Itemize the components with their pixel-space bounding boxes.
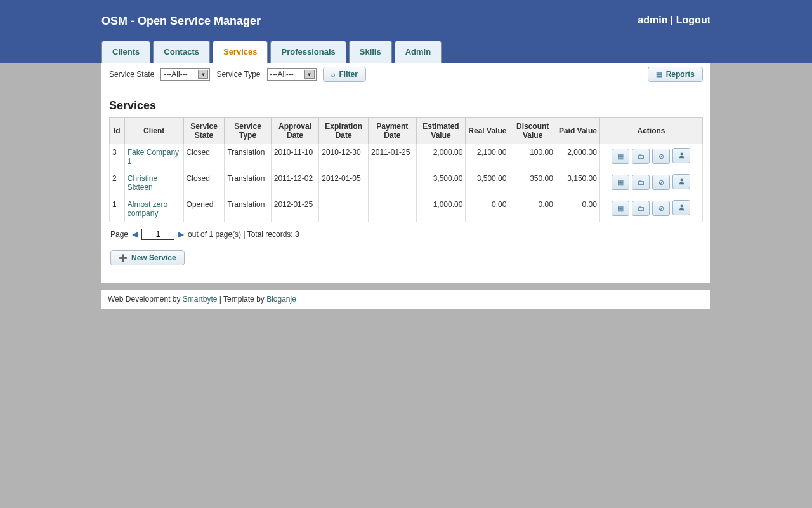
search-icon: ⌕	[331, 70, 336, 78]
cell-expiration: 2010-12-30	[319, 144, 369, 170]
service-state-select[interactable]: ---All--- ▼	[160, 68, 210, 81]
page-input[interactable]	[141, 229, 174, 240]
col-expiration: Expiration Date	[319, 118, 369, 144]
cell-state: Closed	[183, 144, 225, 170]
action-block-button[interactable]: ⊘	[652, 175, 670, 190]
client-link[interactable]: Christine Sixteen	[128, 174, 180, 192]
user-links: admin | Logout	[638, 15, 710, 26]
cell-actions: ▦🗀⊘	[599, 196, 702, 222]
cell-approval: 2012-01-25	[271, 196, 319, 222]
cell-discount: 0.00	[509, 196, 556, 222]
block-icon: ⊘	[658, 204, 664, 213]
action-open-button[interactable]: 🗀	[632, 149, 650, 164]
service-state-label: Service State	[109, 70, 154, 79]
grid-icon: ▦	[617, 152, 624, 161]
action-view-button[interactable]: ▦	[612, 201, 629, 216]
folder-icon: 🗀	[638, 152, 645, 160]
action-user-button[interactable]	[672, 148, 690, 163]
cell-state: Opened	[183, 196, 225, 222]
grid-icon: ▦	[617, 178, 624, 187]
cell-estimated: 1,000.00	[416, 196, 466, 222]
col-real: Real Value	[466, 118, 509, 144]
tab-clients[interactable]: Clients	[102, 41, 150, 63]
block-icon: ⊘	[658, 178, 664, 187]
table-row: 2Christine SixteenClosedTranslation2011-…	[110, 170, 703, 196]
cell-real: 2,100.00	[466, 144, 509, 170]
client-link[interactable]: Almost zero company	[128, 200, 180, 218]
footer: Web Development by Smartbyte | Template …	[102, 290, 710, 309]
cell-real: 0.00	[466, 196, 509, 222]
action-open-button[interactable]: 🗀	[632, 201, 650, 216]
user-name-link[interactable]: admin	[638, 15, 667, 25]
col-paid: Paid Value	[556, 118, 599, 144]
page-title: Services	[109, 99, 703, 112]
tab-professionals[interactable]: Professionals	[270, 41, 346, 63]
folder-icon: 🗀	[638, 204, 645, 212]
cell-paid: 0.00	[556, 196, 599, 222]
cell-payment: 2011-01-25	[369, 144, 417, 170]
col-discount: Discount Value	[509, 118, 556, 144]
svg-point-1	[680, 178, 683, 181]
action-open-button[interactable]: 🗀	[632, 175, 650, 190]
cell-discount: 350.00	[509, 170, 556, 196]
col-type: Service Type	[225, 118, 271, 144]
person-icon	[678, 152, 685, 160]
col-id: Id	[110, 118, 125, 144]
cell-actions: ▦🗀⊘	[599, 170, 702, 196]
col-payment: Payment Date	[369, 118, 417, 144]
prev-page-icon[interactable]: ◀	[132, 230, 138, 239]
action-block-button[interactable]: ⊘	[652, 149, 670, 164]
filter-button[interactable]: ⌕ Filter	[323, 67, 366, 82]
top-bar: OSM - Open Service Manager admin | Logou…	[0, 0, 812, 63]
folder-icon: 🗀	[638, 178, 645, 186]
action-block-button[interactable]: ⊘	[652, 201, 670, 216]
col-approval: Approval Date	[271, 118, 319, 144]
person-icon	[678, 178, 685, 186]
table-row: 1Almost zero companyOpenedTranslation201…	[110, 196, 703, 222]
filter-bar: Service State ---All--- ▼ Service Type -…	[102, 63, 710, 86]
tab-services[interactable]: Services	[213, 41, 268, 63]
chevron-down-icon: ▼	[304, 70, 315, 79]
table-header-row: Id Client Service State Service Type App…	[110, 118, 703, 144]
services-table: Id Client Service State Service Type App…	[109, 117, 703, 222]
total-records: 3	[295, 230, 299, 239]
cell-expiration	[319, 196, 369, 222]
footer-link-bloganje[interactable]: Bloganje	[266, 295, 296, 304]
col-client: Client	[124, 118, 183, 144]
cell-state: Closed	[183, 170, 225, 196]
cell-payment	[369, 196, 417, 222]
svg-point-0	[680, 152, 683, 155]
cell-client: Christine Sixteen	[124, 170, 183, 196]
cell-expiration: 2012-01-05	[319, 170, 369, 196]
footer-link-smartbyte[interactable]: Smartbyte	[183, 295, 218, 304]
cell-paid: 3,150.00	[556, 170, 599, 196]
cell-id: 3	[110, 144, 125, 170]
action-user-button[interactable]	[672, 200, 690, 215]
client-link[interactable]: Fake Company 1	[128, 148, 180, 166]
app-title: OSM - Open Service Manager	[102, 15, 261, 28]
reports-button[interactable]: ▤ Reports	[648, 67, 703, 82]
chevron-down-icon: ▼	[198, 70, 208, 79]
cell-payment	[369, 170, 417, 196]
tab-skills[interactable]: Skills	[349, 41, 392, 63]
tab-contacts[interactable]: Contacts	[153, 41, 210, 63]
action-view-button[interactable]: ▦	[612, 149, 629, 164]
cell-client: Almost zero company	[124, 196, 183, 222]
cell-actions: ▦🗀⊘	[599, 144, 702, 170]
col-estimated: Estimated Value	[416, 118, 466, 144]
cell-type: Translation	[225, 170, 271, 196]
tab-admin[interactable]: Admin	[395, 41, 442, 63]
next-page-icon[interactable]: ▶	[178, 230, 184, 239]
service-type-select[interactable]: ---All--- ▼	[267, 68, 317, 81]
col-actions: Actions	[599, 118, 702, 144]
cell-real: 3,500.00	[466, 170, 509, 196]
nav-tabs: Clients Contacts Services Professionals …	[102, 41, 442, 63]
cell-type: Translation	[225, 196, 271, 222]
logout-link[interactable]: Logout	[676, 15, 710, 25]
svg-point-2	[680, 204, 683, 207]
action-user-button[interactable]	[672, 174, 690, 189]
new-service-button[interactable]: ➕ New Service	[110, 250, 185, 265]
action-view-button[interactable]: ▦	[612, 175, 629, 190]
service-type-label: Service Type	[216, 70, 260, 79]
cell-client: Fake Company 1	[124, 144, 183, 170]
